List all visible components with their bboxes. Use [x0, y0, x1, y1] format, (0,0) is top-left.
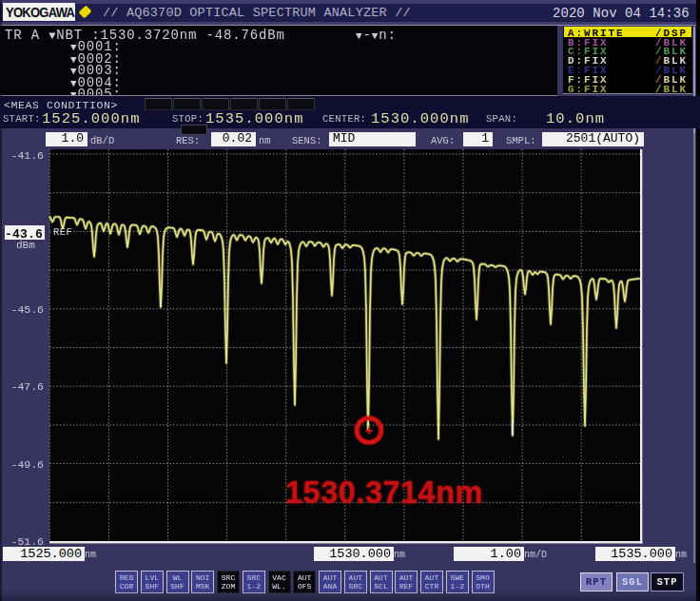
svg-text:REF: REF [53, 226, 72, 238]
